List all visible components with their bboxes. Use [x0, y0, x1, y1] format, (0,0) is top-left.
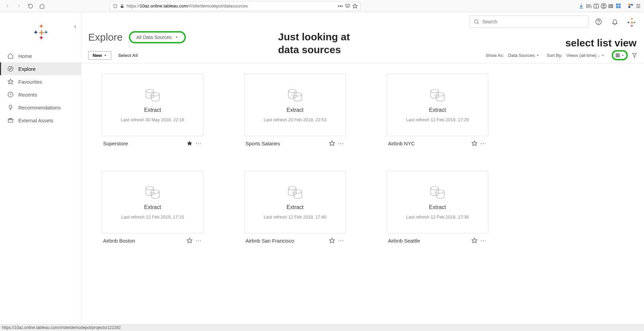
sidebar-item-label: External Assets: [18, 118, 53, 123]
star-icon[interactable]: [471, 140, 477, 146]
datasource-tile[interactable]: ExtractLast refresh 12 Feb 2019, 17:15: [102, 171, 203, 233]
datasource-tile[interactable]: ExtractLast refresh 30 May 2018, 22:16: [102, 74, 203, 136]
site-switcher[interactable]: ✦✦✛✦✦: [625, 16, 637, 28]
svg-point-61: [436, 93, 444, 96]
more-icon[interactable]: •••: [338, 3, 343, 9]
annotation-text-1: Just looking atdata sources: [278, 30, 350, 56]
datasource-tile[interactable]: ExtractLast refresh 20 Feb 2019, 22:53: [244, 74, 346, 136]
sidebar-item-recents[interactable]: Recents: [0, 88, 81, 101]
tableau-logo[interactable]: ✦✦✛✦✦: [0, 12, 81, 49]
datasource-kind: Extract: [429, 107, 446, 113]
sort-by-select[interactable]: Views (all-time) ↓: [565, 52, 606, 59]
datasource-card: ExtractLast refresh 12 Feb 2019, 17:40Ai…: [244, 171, 346, 248]
page-header: Explore All Data Sources Just looking at…: [81, 31, 644, 47]
sidebar-collapse-button[interactable]: [73, 24, 78, 29]
more-actions-button[interactable]: ⋯: [480, 140, 487, 147]
svg-rect-47: [616, 56, 617, 57]
datasource-name[interactable]: Airbnb Boston: [103, 238, 184, 244]
datasource-tile[interactable]: ExtractLast refresh 12 Feb 2019, 17:40: [244, 171, 346, 233]
search-box[interactable]: [470, 16, 588, 28]
svg-point-57: [294, 93, 302, 96]
svg-point-36: [599, 23, 599, 24]
sidebar-item-recommendations[interactable]: Recommendations: [0, 101, 81, 114]
star-icon[interactable]: [329, 237, 335, 244]
datasource-meta: Last refresh 20 Feb 2019, 22:53: [264, 117, 326, 122]
library-icon[interactable]: [586, 3, 592, 9]
pocket-icon[interactable]: [345, 3, 350, 9]
svg-marker-51: [632, 54, 637, 58]
datasource-kind: Extract: [429, 204, 446, 210]
home-button[interactable]: [37, 1, 47, 11]
star-icon[interactable]: [187, 140, 193, 146]
datasource-tile[interactable]: ExtractLast refresh 12 Feb 2019, 17:36: [387, 171, 488, 233]
sidebar-item-external-assets[interactable]: External Assets: [0, 114, 81, 127]
more-actions-button[interactable]: ⋯: [195, 237, 202, 244]
show-as-select[interactable]: Data Sources: [507, 52, 541, 59]
more-actions-button[interactable]: ⋯: [480, 237, 487, 244]
download-icon[interactable]: [578, 3, 584, 9]
more-actions-button[interactable]: ⋯: [338, 140, 345, 147]
account-icon[interactable]: [601, 3, 607, 9]
shield-icon: [113, 4, 118, 8]
svg-point-60: [431, 89, 438, 93]
svg-rect-44: [616, 55, 617, 56]
content-type-filter[interactable]: All Data Sources: [129, 31, 186, 43]
nav: HomeExploreFavouritesRecentsRecommendati…: [0, 49, 81, 127]
topbar: ✦✦✛✦✦: [81, 12, 644, 31]
new-button[interactable]: New: [88, 51, 111, 60]
datasource-grid: ExtractLast refresh 30 May 2018, 22:16Su…: [81, 63, 644, 258]
svg-marker-67: [187, 238, 192, 243]
svg-marker-37: [176, 37, 178, 38]
datasource-name[interactable]: Airbnb Seattle: [388, 238, 469, 244]
ext-puzzle-icon[interactable]: [628, 3, 634, 9]
datasource-tile[interactable]: ExtractLast refresh 12 Feb 2019, 17:29: [387, 74, 488, 136]
star-icon: [7, 79, 14, 85]
more-actions-button[interactable]: ⋯: [338, 237, 345, 244]
datasource-meta: Last refresh 12 Feb 2019, 17:40: [264, 214, 326, 220]
url-bar[interactable]: https://10az.online.tableau.com/#/site/d…: [110, 1, 361, 11]
svg-rect-48: [617, 56, 618, 57]
home-icon: [7, 53, 14, 59]
star-icon[interactable]: [329, 140, 335, 146]
sidebar-item-explore[interactable]: Explore: [0, 62, 81, 75]
toolbar: New Select All Show As: Data Sources Sor…: [81, 47, 644, 63]
sidebar-item-label: Home: [18, 53, 32, 59]
view-mode-button[interactable]: [612, 50, 628, 60]
reload-button[interactable]: [26, 1, 35, 11]
forward-button[interactable]: [14, 1, 24, 11]
datasource-meta: Last refresh 12 Feb 2019, 17:15: [121, 214, 184, 220]
filter-label: All Data Sources: [136, 35, 172, 40]
ext-grid2-icon[interactable]: [616, 3, 622, 9]
svg-point-56: [288, 89, 296, 93]
datasource-name[interactable]: Airbnb San Francisco: [246, 238, 326, 244]
chevron-down-icon: [536, 54, 539, 57]
filter-button[interactable]: [632, 53, 637, 58]
svg-rect-43: [619, 54, 620, 55]
help-button[interactable]: [592, 16, 605, 28]
select-all-button[interactable]: Select All: [118, 53, 138, 58]
sidebar-item-favourites[interactable]: Favourites: [0, 75, 81, 88]
menu-icon[interactable]: [635, 3, 641, 9]
notifications-button[interactable]: [609, 16, 621, 28]
datasource-name[interactable]: Superstore: [103, 141, 184, 146]
sidebar-item-label: Explore: [18, 66, 36, 72]
sidebar-item-home[interactable]: Home: [0, 49, 81, 62]
box-icon: [7, 117, 14, 123]
star-icon[interactable]: [187, 237, 193, 244]
back-button[interactable]: [3, 1, 12, 11]
star-icon[interactable]: [471, 237, 477, 244]
datasource-name[interactable]: Airbnb NYC: [388, 141, 469, 146]
more-actions-button[interactable]: ⋯: [195, 140, 202, 147]
svg-marker-63: [472, 141, 477, 146]
ext-grid-icon[interactable]: [608, 3, 614, 9]
sidebar-item-label: Favourites: [18, 79, 42, 85]
datasource-kind: Extract: [144, 204, 161, 210]
datasource-card: ExtractLast refresh 12 Feb 2019, 17:29Ai…: [387, 74, 488, 150]
svg-point-68: [288, 187, 296, 190]
datasource-meta: Last refresh 30 May 2018, 22:16: [121, 117, 184, 122]
search-input[interactable]: [482, 19, 585, 24]
datasource-name[interactable]: Sports Salaries: [246, 141, 326, 146]
sidebar-icon[interactable]: [593, 3, 599, 9]
bookmark-star-icon[interactable]: [352, 3, 358, 9]
svg-rect-0: [121, 6, 123, 8]
